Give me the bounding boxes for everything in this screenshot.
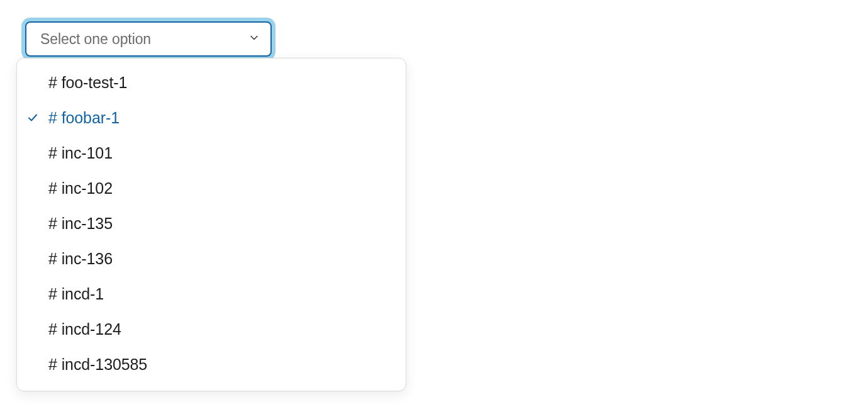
option-foo-test-1[interactable]: # foo-test-1 <box>17 65 406 100</box>
channel-select-menu: # foo-test-1 # foobar-1 # inc-101 <box>16 58 406 391</box>
option-incd-124[interactable]: # incd-124 <box>17 311 406 347</box>
option-incd-130585[interactable]: # incd-130585 <box>17 347 406 382</box>
option-label: # inc-136 <box>48 250 113 268</box>
channel-select-trigger[interactable]: Select one option <box>25 21 272 57</box>
option-inc-101[interactable]: # inc-101 <box>17 135 406 170</box>
check-icon <box>27 112 48 123</box>
select-placeholder: Select one option <box>40 31 151 48</box>
option-label: # incd-124 <box>48 320 121 338</box>
option-inc-102[interactable]: # inc-102 <box>17 170 406 206</box>
option-label: # foo-test-1 <box>48 74 127 92</box>
option-inc-135[interactable]: # inc-135 <box>17 206 406 241</box>
option-inc-136[interactable]: # inc-136 <box>17 241 406 276</box>
option-label: # inc-135 <box>48 215 113 233</box>
option-incd-1[interactable]: # incd-1 <box>17 276 406 311</box>
chevron-down-icon <box>249 33 259 45</box>
option-foobar-1[interactable]: # foobar-1 <box>17 100 406 135</box>
option-label: # incd-130585 <box>48 355 147 374</box>
option-label: # inc-101 <box>48 144 113 162</box>
option-label: # foobar-1 <box>48 109 120 127</box>
option-label: # incd-1 <box>48 285 104 303</box>
option-label: # inc-102 <box>48 179 113 198</box>
